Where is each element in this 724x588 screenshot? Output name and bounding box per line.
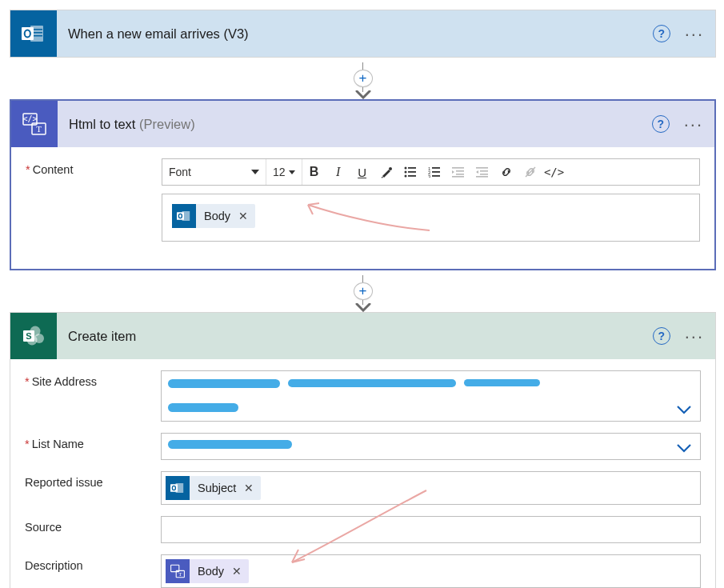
dynamic-content-token-body[interactable]: Body ✕ <box>172 204 255 228</box>
help-icon[interactable]: ? <box>652 115 670 133</box>
more-menu-icon[interactable]: ··· <box>684 120 703 129</box>
list-name-dropdown[interactable] <box>161 433 701 460</box>
svg-point-11 <box>404 167 406 170</box>
svg-rect-33 <box>177 212 184 220</box>
svg-rect-30 <box>476 176 488 178</box>
rich-text-toolbar: Font 12 B I U 123 <box>162 158 700 186</box>
indent-button[interactable] <box>470 159 494 185</box>
description-input[interactable]: T Body ✕ <box>161 554 701 588</box>
outlook-icon <box>10 10 57 57</box>
step-html-to-text[interactable]: </>T Html to text (Preview) ? ··· *Conte… <box>10 99 716 270</box>
reported-issue-input[interactable]: Subject ✕ <box>161 471 701 505</box>
bullet-list-button[interactable] <box>398 159 422 185</box>
svg-rect-16 <box>408 175 416 177</box>
token-label: Body <box>196 210 237 222</box>
font-dropdown[interactable]: Font <box>162 159 266 185</box>
field-label-list-name: *List Name <box>25 433 161 460</box>
card-body: *Site Address *List Name <box>10 359 715 588</box>
svg-rect-20 <box>432 171 440 173</box>
card-title: Html to text (Preview) <box>58 117 652 132</box>
svg-rect-24 <box>456 170 464 172</box>
token-remove-icon[interactable]: ✕ <box>242 482 261 494</box>
card-title: When a new email arrives (V3) <box>57 26 653 42</box>
svg-rect-18 <box>432 167 440 169</box>
token-remove-icon[interactable]: ✕ <box>230 565 249 578</box>
outlook-icon <box>166 476 190 500</box>
field-label-site-address: *Site Address <box>25 370 161 422</box>
step-trigger-email[interactable]: When a new email arrives (V3) ? ··· <box>10 10 716 58</box>
svg-point-13 <box>404 171 406 174</box>
more-menu-icon[interactable]: ··· <box>685 332 704 341</box>
card-header[interactable]: When a new email arrives (V3) ? ··· <box>10 10 715 57</box>
sharepoint-icon: S <box>10 313 57 359</box>
svg-text:T: T <box>178 571 182 577</box>
step-create-item[interactable]: S Create item ? ··· *Site Address *List … <box>10 312 716 588</box>
svg-point-15 <box>404 175 406 178</box>
connector: + <box>10 62 716 99</box>
connector: + <box>10 275 716 312</box>
token-label: Body <box>190 565 230 578</box>
svg-rect-25 <box>456 174 464 175</box>
more-menu-icon[interactable]: ··· <box>685 30 704 38</box>
html-to-text-icon: T <box>166 559 190 583</box>
arrow-down-icon <box>355 303 371 312</box>
dynamic-content-token-subject[interactable]: Subject ✕ <box>166 476 261 500</box>
card-header[interactable]: </>T Html to text (Preview) ? ··· <box>11 101 714 147</box>
add-step-button[interactable]: + <box>354 282 373 300</box>
content-input[interactable]: Body ✕ <box>162 194 700 242</box>
svg-text:S: S <box>26 331 31 341</box>
field-label-reported-issue: Reported issue <box>25 471 161 505</box>
html-to-text-icon: </>T <box>11 101 58 147</box>
source-input[interactable] <box>161 516 701 543</box>
color-picker-button[interactable] <box>374 159 398 185</box>
italic-button[interactable]: I <box>326 159 350 185</box>
card-body: *Content Font 12 B I U 123 <box>11 147 714 269</box>
field-label-source: Source <box>25 516 161 543</box>
svg-text:3: 3 <box>428 174 431 178</box>
svg-text:</>: </> <box>22 114 37 123</box>
card-title: Create item <box>57 329 653 344</box>
svg-rect-22 <box>432 175 440 177</box>
outlook-icon <box>172 204 196 228</box>
help-icon[interactable]: ? <box>653 327 670 345</box>
field-label-description: Description <box>25 554 161 588</box>
svg-point-10 <box>389 167 392 170</box>
token-label: Subject <box>190 482 242 494</box>
svg-rect-12 <box>408 167 416 169</box>
dynamic-content-token-body[interactable]: T Body ✕ <box>166 559 249 583</box>
help-icon[interactable]: ? <box>653 25 670 42</box>
code-view-button[interactable]: </> <box>542 159 566 185</box>
site-address-dropdown[interactable] <box>161 370 701 422</box>
svg-text:T: T <box>36 124 42 134</box>
svg-rect-29 <box>480 174 488 175</box>
svg-rect-27 <box>476 167 488 169</box>
arrow-down-icon <box>355 90 371 99</box>
outdent-button[interactable] <box>446 159 470 185</box>
field-label-content: *Content <box>26 158 162 242</box>
add-step-button[interactable]: + <box>354 70 373 87</box>
font-size-dropdown[interactable]: 12 <box>266 159 302 185</box>
link-button[interactable] <box>494 159 518 185</box>
chevron-down-icon <box>676 443 692 453</box>
underline-button[interactable]: U <box>350 159 374 185</box>
svg-rect-26 <box>452 176 464 178</box>
bold-button[interactable]: B <box>302 159 326 185</box>
chevron-down-icon <box>676 405 692 414</box>
svg-rect-14 <box>408 171 416 173</box>
numbered-list-button[interactable]: 123 <box>422 159 446 185</box>
svg-rect-28 <box>480 170 488 172</box>
unlink-button[interactable] <box>518 159 542 185</box>
svg-rect-41 <box>170 484 178 492</box>
token-remove-icon[interactable]: ✕ <box>237 210 255 222</box>
svg-rect-23 <box>452 167 464 169</box>
svg-rect-4 <box>22 27 34 40</box>
card-header[interactable]: S Create item ? ··· <box>10 313 715 359</box>
